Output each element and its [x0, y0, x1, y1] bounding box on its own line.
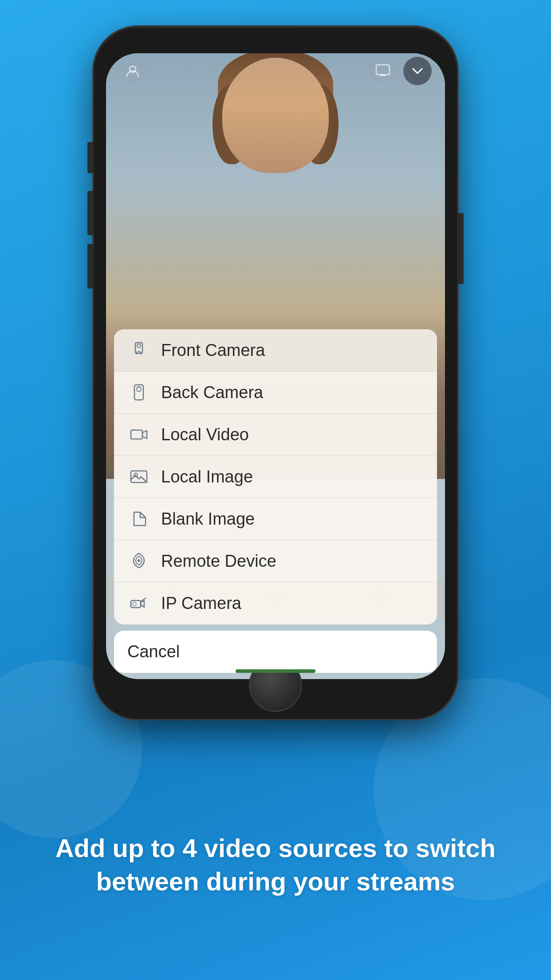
cancel-label: Cancel — [127, 642, 180, 661]
ip-camera-label: IP Camera — [161, 594, 241, 613]
side-button-mute — [87, 142, 94, 173]
action-item-remote-device[interactable]: Remote Device — [114, 540, 437, 582]
action-sheet: Front Camera Back Camera Local Video Loc… — [106, 329, 445, 679]
caption-text: Add up to 4 video sources to switch betw… — [35, 831, 516, 898]
blank-image-icon — [127, 507, 150, 530]
local-image-label: Local Image — [161, 467, 253, 486]
caption-area: Add up to 4 video sources to switch betw… — [0, 749, 551, 980]
side-button-volume-down — [87, 244, 94, 288]
remote-device-icon — [127, 549, 150, 573]
front-camera-icon — [127, 339, 150, 362]
screen-icon[interactable] — [370, 57, 396, 83]
action-item-back-camera[interactable]: Back Camera — [114, 371, 437, 414]
local-video-icon — [127, 423, 150, 446]
svg-point-16 — [138, 559, 140, 562]
back-camera-label: Back Camera — [161, 383, 263, 402]
svg-rect-12 — [137, 386, 141, 387]
side-button-power — [457, 213, 464, 284]
action-item-ip-camera[interactable]: IP Camera — [114, 582, 437, 624]
phone-screen: Front Camera Back Camera Local Video Loc… — [106, 53, 445, 679]
blank-image-label: Blank Image — [161, 510, 255, 529]
profile-icon[interactable] — [119, 58, 146, 84]
svg-point-9 — [137, 344, 141, 348]
action-item-local-video[interactable]: Local Video — [114, 414, 437, 456]
svg-point-11 — [137, 387, 141, 391]
action-item-front-camera[interactable]: Front Camera — [114, 329, 437, 371]
side-button-volume-up — [87, 191, 94, 235]
chevron-down-button[interactable] — [403, 57, 432, 85]
svg-rect-1 — [376, 65, 390, 75]
cancel-button[interactable]: Cancel — [114, 631, 437, 673]
back-camera-icon — [127, 381, 150, 404]
svg-point-18 — [133, 602, 136, 606]
svg-rect-13 — [131, 430, 142, 439]
top-bar-right-icons — [370, 57, 432, 85]
home-indicator — [236, 669, 315, 673]
action-item-blank-image[interactable]: Blank Image — [114, 498, 437, 540]
remote-device-label: Remote Device — [161, 552, 276, 571]
front-camera-label: Front Camera — [161, 341, 265, 360]
local-image-icon — [127, 465, 150, 488]
action-item-local-image[interactable]: Local Image — [114, 456, 437, 498]
local-video-label: Local Video — [161, 425, 249, 444]
camera-top-bar — [106, 53, 445, 89]
phone-mockup: Front Camera Back Camera Local Video Loc… — [94, 27, 457, 719]
action-sheet-menu: Front Camera Back Camera Local Video Loc… — [114, 329, 437, 624]
ip-camera-icon — [127, 592, 150, 615]
